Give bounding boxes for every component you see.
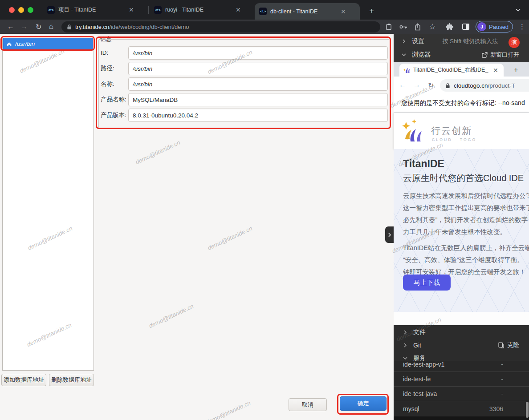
mini-back-icon[interactable]: ← [399, 81, 406, 89]
close-tab-icon[interactable]: ✕ [129, 7, 134, 13]
profile-chip[interactable]: J Paused [476, 21, 513, 32]
field-label-name: 名称: [101, 77, 128, 91]
field-input-name[interactable] [128, 77, 388, 91]
browser-label: 浏览器 [412, 51, 431, 59]
tab-ruoyi[interactable]: <t> ruoyi - TitanIDE ✕ [150, 0, 252, 20]
browser-section-row[interactable]: 浏览器 新窗口打开 [394, 48, 529, 61]
service-port: - [501, 376, 503, 383]
delete-database-button[interactable]: 删除数据库地址 [49, 374, 94, 386]
field-label-version: 产品版本: [101, 109, 128, 122]
chevron-down-icon [402, 51, 406, 58]
cloudtogo-logo-bar: 行云创新 CLOUD · TOGO [394, 113, 529, 149]
service-name: ide-test-fe [403, 376, 431, 383]
tab-title: ruoyi - TitanIDE [165, 7, 232, 13]
service-row[interactable]: ide-test-java - [394, 387, 529, 401]
page-title: TitanIDE [403, 158, 444, 170]
ime-hint: 按 Shift 键切换输入法 [443, 37, 498, 45]
paragraph-line: TitanIDE站在无数巨人的肩膀上，补齐全云端 [403, 244, 529, 252]
titanide-favicon: <t> [154, 6, 162, 14]
settings-label: 设置 [412, 37, 424, 45]
lock-icon [445, 83, 450, 89]
mini-new-tab-icon[interactable]: ＋ [512, 65, 520, 75]
extensions-puzzle-icon[interactable] [446, 20, 453, 34]
bookmark-star-icon[interactable]: ☆ [429, 20, 436, 34]
mini-tab-title: TitanIDE_CloudIDE_在线IDE_ [413, 66, 490, 74]
field-label-path: 路径: [101, 62, 128, 75]
add-database-button[interactable]: 添加数据库地址 [1, 374, 46, 386]
home-icon[interactable]: ⌂ [49, 20, 53, 34]
field-input-id[interactable] [128, 46, 388, 60]
clipboard-icon[interactable] [386, 20, 392, 34]
database-path: /usr/bin [15, 40, 35, 47]
mini-browser-tabstrip: TitanIDE_CloudIDE_在线IDE_ ✕ ＋ [394, 62, 529, 77]
tab-project[interactable]: <t> 项目 - TitanIDE ✕ [43, 0, 146, 20]
demo-badge: 演 [509, 37, 520, 48]
share-icon[interactable] [415, 20, 421, 34]
db-client-app: /usr/bin 信息 ID: 路径: 名称: 产品名称: 产品版本: 添加数据… [0, 34, 394, 420]
chevron-right-icon [402, 38, 406, 45]
browser-toolbar: ← → ↻ ⌂ try.titanide.cn/ide/web/coding/d… [0, 20, 529, 34]
external-window-icon [482, 52, 488, 58]
field-input-version[interactable] [128, 109, 388, 122]
services-scrollbar[interactable] [526, 402, 529, 418]
tab-search-chevron-icon[interactable] [516, 6, 521, 14]
cancel-button[interactable]: 取消 [289, 398, 327, 411]
service-row[interactable]: mysql 3306 [394, 401, 529, 416]
field-label-id: ID: [101, 46, 128, 60]
key-icon[interactable] [399, 20, 407, 34]
mini-url-path: /product-T [488, 82, 516, 89]
services-list[interactable]: ide-test-app-v1 - ide-test-fe - ide-test… [394, 357, 529, 416]
database-list-item-selected[interactable]: /usr/bin [3, 38, 93, 50]
close-tab-icon[interactable]: ✕ [493, 67, 498, 73]
titanide-favicon: <t> [259, 8, 267, 15]
tree-item-git[interactable]: Git 克隆 [394, 339, 529, 351]
home-icon [6, 41, 12, 47]
field-input-product[interactable] [128, 93, 388, 106]
paragraph-line: 力工具几十年未曾发生根本性改变。 [403, 228, 506, 236]
service-row[interactable]: ide-test-fe - [394, 372, 529, 387]
tree-item-files[interactable]: 文件 [394, 326, 529, 338]
tab-db-client[interactable]: <t> db-client - TitanIDE ✕ [255, 3, 360, 20]
database-list[interactable]: /usr/bin [2, 36, 94, 371]
side-panel-icon[interactable] [462, 20, 469, 34]
back-icon[interactable]: ← [7, 20, 14, 34]
address-bar[interactable]: try.titanide.cn/ide/web/coding/db-client… [61, 21, 380, 32]
kebab-menu-icon[interactable]: ⋮ [519, 20, 525, 34]
url-host: try.titanide.cn [75, 24, 109, 30]
mini-address-bar[interactable]: cloudtogo.cn/product-T [440, 79, 529, 92]
macos-minimize-icon[interactable] [18, 7, 24, 13]
mini-forward-icon[interactable]: → [413, 81, 420, 89]
url-path: /ide/web/coding/db-client/demo [109, 24, 189, 30]
cloudtogo-webpage: TitanIDE 云原生时代您的首选Cloud IDE 云原生技术高速发展和后疫… [394, 149, 529, 312]
cloudtogo-favicon [403, 67, 410, 73]
git-clone-button[interactable]: 克隆 [498, 341, 519, 349]
new-tab-icon[interactable]: ＋ [368, 5, 375, 16]
chevron-right-icon [403, 329, 407, 336]
sync-status: Paused [489, 24, 509, 30]
browser-tab-bar: <t> 项目 - TitanIDE ✕ <t> ruoyi - TitanIDE… [0, 0, 529, 20]
mini-browser-toolbar: ← → ↻ cloudtogo.cn/product-T [394, 77, 529, 94]
chevron-down-icon [403, 355, 407, 362]
service-name: mysql [403, 405, 419, 412]
titanide-favicon: <t> [47, 6, 55, 14]
macos-close-icon[interactable] [9, 7, 15, 13]
mini-reload-icon[interactable]: ↻ [428, 81, 434, 89]
mini-url-host: cloudtogo.cn [454, 82, 488, 89]
panel-collapse-handle[interactable] [385, 226, 394, 243]
page-subtitle: 云原生时代您的首选Cloud IDE [403, 172, 524, 184]
ok-button[interactable]: 确定 [340, 396, 387, 411]
chevron-right-icon [403, 342, 407, 349]
reload-icon[interactable]: ↻ [36, 20, 41, 34]
close-tab-icon[interactable]: ✕ [341, 8, 346, 15]
open-new-window-button[interactable]: 新窗口打开 [482, 51, 519, 59]
field-input-path[interactable] [128, 62, 388, 75]
close-tab-icon[interactable]: ✕ [236, 7, 241, 13]
avatar: J [477, 22, 486, 31]
forward-icon[interactable]: → [20, 20, 28, 34]
tree-item-services[interactable]: 服务 [394, 352, 529, 364]
lock-icon [67, 24, 72, 30]
service-name: ide-test-java [403, 390, 437, 397]
download-now-button[interactable]: 马上下载 [403, 275, 451, 291]
macos-zoom-icon[interactable] [28, 7, 33, 13]
mini-browser-tab[interactable]: TitanIDE_CloudIDE_在线IDE_ ✕ [399, 64, 504, 77]
